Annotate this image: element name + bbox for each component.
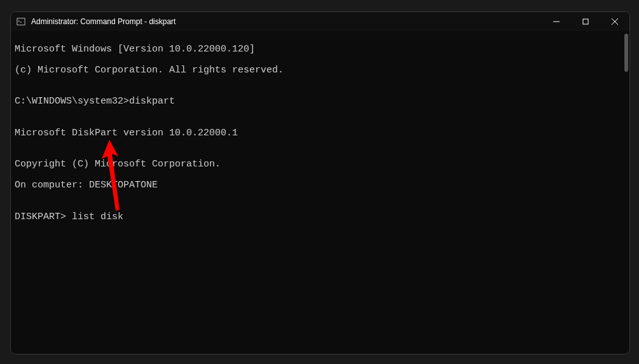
cmd-icon [16,17,26,27]
window-controls [542,12,629,31]
svg-rect-3 [583,19,588,24]
command-prompt-window: Administrator: Command Prompt - diskpart… [10,11,630,354]
maximize-button[interactable] [571,12,600,31]
svg-rect-0 [17,18,25,25]
output-line: C:\WINDOWS\system32>diskpart [15,97,626,107]
scrollbar-thumb[interactable] [624,34,628,72]
output-line: Microsoft Windows [Version 10.0.22000.12… [15,44,626,55]
window-title: Administrator: Command Prompt - diskpart [31,17,542,26]
output-line: Copyright (C) Microsoft Corporation. [15,159,626,170]
output-line: Microsoft DiskPart version 10.0.22000.1 [15,128,626,139]
terminal-output[interactable]: Microsoft Windows [Version 10.0.22000.12… [11,31,629,354]
close-button[interactable] [600,12,629,31]
output-line: On computer: DESKTOPATONE [15,180,626,191]
output-line: DISKPART> list disk [15,212,626,223]
output-line: (c) Microsoft Corporation. All rights re… [15,65,626,76]
minimize-button[interactable] [542,12,571,31]
titlebar[interactable]: Administrator: Command Prompt - diskpart [11,12,629,31]
